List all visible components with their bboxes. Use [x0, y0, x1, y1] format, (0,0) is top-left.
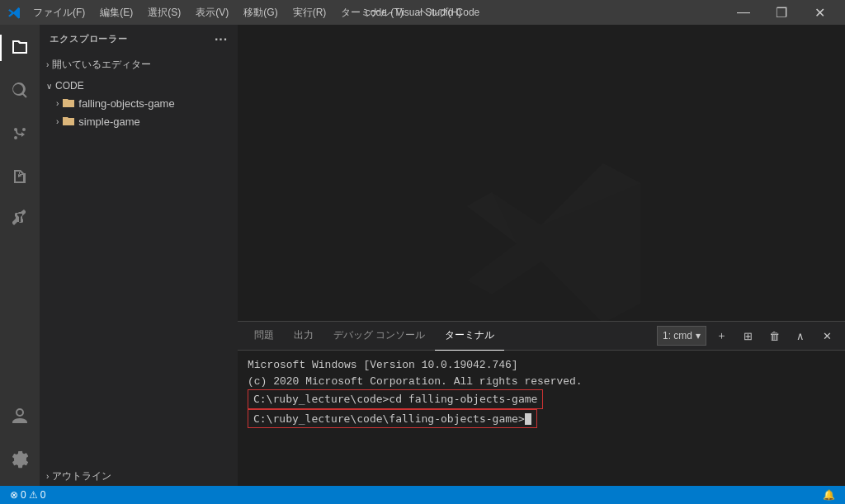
window-controls: — ❐ ✕ — [725, 0, 838, 25]
code-section: ∨ CODE › falling-objects-game › simple-g… — [40, 76, 238, 132]
extensions-icon — [10, 210, 30, 229]
titlebar: ファイル(F) 編集(E) 選択(S) 表示(V) 移動(G) 実行(R) ター… — [0, 0, 845, 25]
folder-icon — [62, 97, 75, 110]
run-icon — [10, 167, 30, 186]
window-title: code - Visual Studio Code — [366, 7, 480, 18]
bell-icon: 🔔 — [823, 489, 835, 501]
terminal-line-3: C:\ruby_lecture\code>cd falling-objects-… — [248, 389, 835, 409]
chevron-right-icon: › — [56, 99, 59, 108]
panel-close-button[interactable]: ✕ — [815, 324, 838, 347]
terminal-selector[interactable]: 1: cmd ▾ — [657, 326, 706, 346]
folder-icon-2 — [62, 115, 75, 128]
activity-source-control[interactable] — [0, 114, 40, 153]
activity-bar — [0, 25, 40, 486]
activity-explorer[interactable] — [0, 28, 40, 68]
chevron-right-outline-icon: › — [46, 472, 49, 481]
tab-debug-console[interactable]: デバッグ コンソール — [323, 322, 435, 351]
panel-up-icon[interactable]: ∧ — [789, 324, 812, 347]
sidebar-more-icon[interactable]: ··· — [215, 32, 228, 47]
maximize-button[interactable]: ❐ — [762, 0, 800, 25]
chevron-right-icon-2: › — [56, 117, 59, 126]
terminal-selector-label: 1: cmd — [663, 330, 692, 341]
dropdown-arrow-icon: ▾ — [696, 330, 701, 341]
split-terminal-button[interactable]: ⊞ — [736, 324, 759, 347]
open-editors-header[interactable]: › 開いているエディター — [40, 55, 238, 74]
open-editors-label: 開いているエディター — [52, 58, 151, 72]
terminal-line-1: Microsoft Windows [Version 10.0.19042.74… — [248, 357, 835, 374]
status-errors[interactable]: ⊗ 0 ⚠ 0 — [7, 489, 49, 501]
outline-section: › アウトライン — [40, 467, 238, 486]
warning-count: 0 — [40, 489, 46, 501]
sidebar-header: エクスプローラー ··· — [40, 25, 238, 54]
code-section-header[interactable]: ∨ CODE — [40, 78, 238, 94]
activity-settings[interactable] — [0, 440, 40, 479]
search-icon — [10, 81, 30, 101]
menu-view[interactable]: 表示(V) — [189, 2, 235, 23]
code-section-label: CODE — [55, 80, 84, 92]
vscode-icon — [7, 6, 20, 19]
panel-tabs: 問題 出力 デバッグ コンソール ターミナル 1: cmd ▾ ＋ ⊞ 🗑 ∧ … — [238, 322, 845, 351]
folder-simple-game-label: simple-game — [78, 115, 139, 128]
menu-select[interactable]: 選択(S) — [141, 2, 187, 23]
terminal-prompt: C:\ruby_lecture\code\falling-objects-gam… — [253, 412, 525, 425]
panel-right-controls: 1: cmd ▾ ＋ ⊞ 🗑 ∧ ✕ — [657, 324, 838, 347]
open-editors-section: › 開いているエディター — [40, 54, 238, 76]
menu-go[interactable]: 移動(G) — [237, 2, 284, 23]
terminal-line-4: C:\ruby_lecture\code\falling-objects-gam… — [248, 409, 835, 429]
account-icon — [10, 407, 30, 426]
terminal-cursor — [525, 413, 531, 425]
menu-file[interactable]: ファイル(F) — [26, 2, 92, 23]
menu-run[interactable]: 実行(R) — [286, 2, 333, 23]
error-icon: ⊗ — [10, 489, 18, 501]
terminal-line-2: (c) 2020 Microsoft Corporation. All righ… — [248, 374, 835, 390]
folder-falling-objects-label: falling-objects-game — [78, 97, 174, 110]
warning-icon: ⚠ — [29, 489, 38, 501]
menu-edit[interactable]: 編集(E) — [93, 2, 139, 23]
status-notification[interactable]: 🔔 — [819, 489, 838, 501]
statusbar-left: ⊗ 0 ⚠ 0 — [7, 489, 49, 501]
source-control-icon — [10, 124, 30, 144]
folder-item-simple-game[interactable]: › simple-game — [40, 112, 238, 130]
statusbar-right: 🔔 — [819, 489, 838, 501]
files-icon — [10, 38, 30, 58]
error-count: 0 — [21, 489, 26, 501]
activity-bar-bottom — [0, 397, 40, 486]
chevron-right-icon: › — [46, 60, 49, 69]
tab-output[interactable]: 出力 — [284, 322, 323, 351]
editor-area: 問題 出力 デバッグ コンソール ターミナル 1: cmd ▾ ＋ ⊞ 🗑 ∧ … — [238, 25, 845, 486]
minimize-button[interactable]: — — [725, 0, 762, 25]
tab-problems[interactable]: 問題 — [244, 322, 284, 351]
sidebar: エクスプローラー ··· › 開いているエディター ∨ CODE › falli… — [40, 25, 238, 486]
activity-extensions[interactable] — [0, 200, 40, 239]
panel: 問題 出力 デバッグ コンソール ターミナル 1: cmd ▾ ＋ ⊞ 🗑 ∧ … — [238, 321, 845, 486]
close-button[interactable]: ✕ — [800, 0, 838, 25]
new-terminal-button[interactable]: ＋ — [710, 324, 733, 347]
outline-header[interactable]: › アウトライン — [40, 467, 238, 486]
main-layout: エクスプローラー ··· › 開いているエディター ∨ CODE › falli… — [0, 25, 845, 486]
chevron-down-icon: ∨ — [46, 82, 52, 91]
terminal-cmd-1: C:\ruby_lecture\code>cd falling-objects-… — [248, 389, 543, 409]
kill-terminal-button[interactable]: 🗑 — [762, 324, 786, 347]
tab-terminal[interactable]: ターミナル — [435, 322, 504, 351]
terminal-cmd-2: C:\ruby_lecture\code\falling-objects-gam… — [248, 409, 537, 429]
activity-account[interactable] — [0, 397, 40, 436]
activity-run[interactable] — [0, 157, 40, 196]
folder-item-falling-objects[interactable]: › falling-objects-game — [40, 94, 238, 112]
outline-label: アウトライン — [52, 469, 111, 483]
terminal-content[interactable]: Microsoft Windows [Version 10.0.19042.74… — [238, 351, 845, 486]
sidebar-title: エクスプローラー — [50, 33, 128, 45]
gear-icon — [10, 450, 30, 469]
statusbar: ⊗ 0 ⚠ 0 🔔 — [0, 486, 845, 504]
activity-search[interactable] — [0, 71, 40, 111]
